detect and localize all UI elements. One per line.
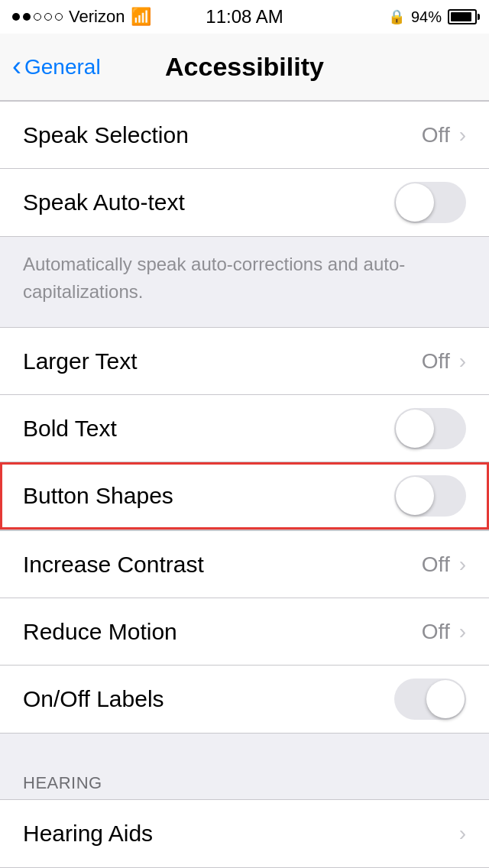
status-left: Verizon 📶 (12, 7, 151, 27)
signal-dot-3 (34, 13, 41, 21)
increase-contrast-label: Increase Contrast (23, 552, 204, 578)
chevron-right-icon: › (459, 620, 466, 644)
vision-group-3: Increase Contrast Off › Reduce Motion Of… (0, 530, 489, 734)
vision-group-1: Speak Selection Off › Speak Auto-text (0, 101, 489, 237)
increase-contrast-row[interactable]: Increase Contrast Off › (0, 531, 489, 598)
signal-dot-1 (12, 13, 20, 21)
speak-selection-value: Off (422, 123, 450, 147)
chevron-right-icon: › (459, 123, 466, 147)
onoff-labels-row[interactable]: On/Off Labels (0, 666, 489, 733)
button-shapes-toggle[interactable] (394, 475, 466, 517)
reduce-motion-row[interactable]: Reduce Motion Off › (0, 598, 489, 666)
larger-text-right: Off › (422, 349, 466, 374)
toggle-thumb (396, 477, 434, 515)
signal-strength (12, 13, 63, 21)
status-bar: Verizon 📶 11:08 AM 🔒 94% (0, 0, 489, 34)
speak-autotext-row[interactable]: Speak Auto-text (0, 169, 489, 236)
hearing-aids-label: Hearing Aids (23, 821, 153, 847)
nav-bar: ‹ General Accessibility (0, 34, 489, 101)
wifi-icon: 📶 (131, 7, 151, 27)
hearing-section-header: HEARING (0, 761, 489, 799)
back-chevron-icon: ‹ (12, 53, 21, 80)
status-right: 🔒 94% (388, 8, 477, 26)
speak-autotext-description: Automatically speak auto-corrections and… (0, 237, 489, 327)
toggle-thumb (426, 680, 465, 718)
signal-dot-2 (23, 13, 31, 21)
section-separator (0, 734, 489, 761)
hearing-group: Hearing Aids › (0, 799, 489, 868)
larger-text-label: Larger Text (23, 348, 138, 374)
bold-text-row[interactable]: Bold Text (0, 395, 489, 462)
battery-icon (448, 9, 477, 24)
chevron-right-icon: › (459, 821, 466, 846)
vision-group-2: Larger Text Off › Bold Text Button Shape… (0, 327, 489, 530)
status-time: 11:08 AM (206, 6, 283, 28)
button-shapes-row[interactable]: Button Shapes (0, 462, 489, 530)
lock-icon: 🔒 (388, 8, 405, 25)
chevron-right-icon: › (459, 349, 466, 374)
larger-text-row[interactable]: Larger Text Off › (0, 328, 489, 395)
chevron-right-icon: › (459, 552, 466, 577)
speak-selection-row[interactable]: Speak Selection Off › (0, 102, 489, 169)
speak-autotext-toggle[interactable] (394, 182, 466, 223)
description-text: Automatically speak auto-corrections and… (23, 254, 405, 302)
reduce-motion-value: Off (422, 620, 450, 644)
speak-selection-label: Speak Selection (23, 122, 189, 148)
signal-dot-5 (55, 13, 63, 21)
increase-contrast-right: Off › (422, 552, 466, 577)
toggle-thumb (396, 410, 434, 448)
increase-contrast-value: Off (422, 552, 450, 577)
bold-text-label: Bold Text (23, 416, 117, 442)
reduce-motion-label: Reduce Motion (23, 619, 177, 645)
toggle-thumb (396, 183, 434, 222)
carrier-label: Verizon (69, 7, 125, 27)
larger-text-value: Off (422, 349, 450, 374)
onoff-labels-label: On/Off Labels (23, 686, 164, 712)
speak-autotext-label: Speak Auto-text (23, 189, 185, 215)
page-title: Accessibility (165, 52, 324, 82)
button-shapes-label: Button Shapes (23, 483, 173, 509)
bold-text-toggle[interactable] (394, 408, 466, 449)
signal-dot-4 (44, 13, 52, 21)
reduce-motion-right: Off › (422, 620, 466, 644)
battery-percent: 94% (411, 8, 442, 26)
back-button[interactable]: ‹ General (12, 54, 101, 80)
hearing-aids-right: › (459, 821, 466, 846)
hearing-aids-row[interactable]: Hearing Aids › (0, 800, 489, 867)
speak-selection-right: Off › (422, 123, 466, 147)
back-label: General (24, 55, 101, 79)
onoff-labels-toggle[interactable] (394, 679, 466, 720)
